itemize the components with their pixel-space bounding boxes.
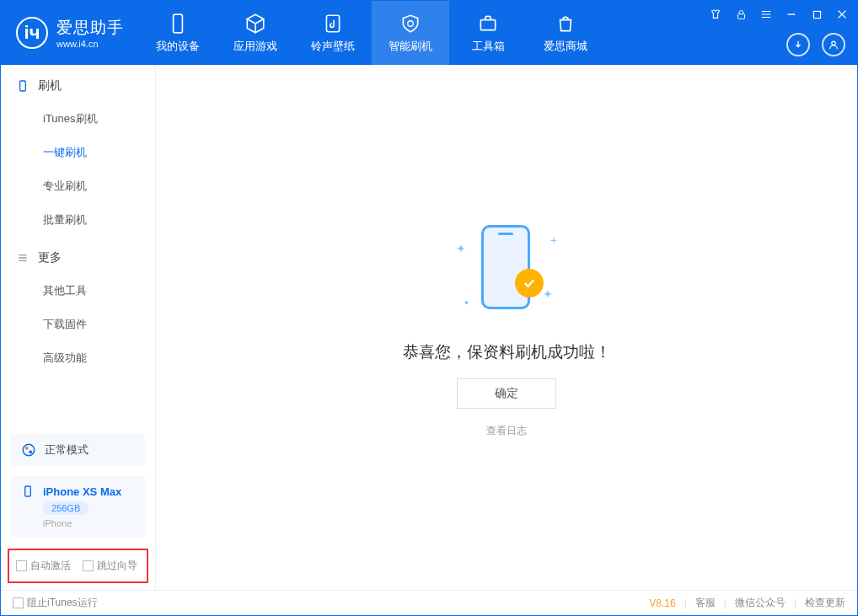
phone-outline-icon xyxy=(16,79,29,93)
logo-text: 爱思助手 www.i4.cn xyxy=(56,17,124,49)
tab-apps[interactable]: 应用游戏 xyxy=(217,1,294,65)
music-file-icon xyxy=(321,12,345,35)
check-auto-activate[interactable]: 自动激活 xyxy=(16,559,71,573)
tab-ring[interactable]: 铃声壁纸 xyxy=(294,1,372,65)
app-logo: iч 爱思助手 www.i4.cn xyxy=(1,1,139,65)
menu-icon[interactable] xyxy=(759,8,773,21)
sidebar-section-more: 更多 xyxy=(1,237,155,274)
section-label: 更多 xyxy=(38,250,62,265)
device-name: iPhone XS Max xyxy=(43,485,121,498)
device-phone-icon xyxy=(21,485,35,498)
tab-mydevice[interactable]: 我的设备 xyxy=(139,1,217,65)
sidebar-item-othertools[interactable]: 其他工具 xyxy=(1,274,155,308)
success-illustration: ✦ + • ✦ xyxy=(448,217,566,318)
sidebar: 刷机 iTunes刷机 一键刷机 专业刷机 批量刷机 更多 其他工具 下载固件 … xyxy=(1,65,156,590)
svg-point-5 xyxy=(832,41,835,45)
version-label: V8.16 xyxy=(649,597,675,609)
check-skip-guide[interactable]: 跳过向导 xyxy=(83,559,137,573)
main-content: ✦ + • ✦ 恭喜您，保资料刷机成功啦！ 确定 查看日志 xyxy=(156,65,857,590)
maximize-icon[interactable] xyxy=(810,8,823,21)
svg-point-8 xyxy=(25,447,29,450)
ok-button[interactable]: 确定 xyxy=(457,378,556,409)
topright-actions xyxy=(786,33,845,56)
svg-rect-6 xyxy=(20,81,26,91)
svg-rect-1 xyxy=(326,15,339,32)
sparkle-icon: ✦ xyxy=(543,287,553,301)
check-badge-icon xyxy=(515,269,544,297)
kefu-link[interactable]: 客服 xyxy=(695,596,716,610)
logo-icon: iч xyxy=(16,17,48,49)
sidebar-item-pro[interactable]: 专业刷机 xyxy=(1,169,155,203)
app-name-en: www.i4.cn xyxy=(56,39,124,49)
sidebar-section-flash: 刷机 xyxy=(1,65,155,102)
statusbar: 阻止iTunes运行 V8.16 | 客服 | 微信公众号 | 检查更新 xyxy=(1,590,857,615)
tab-label: 爱思商城 xyxy=(544,39,587,54)
tab-label: 智能刷机 xyxy=(389,39,432,54)
toolbox-icon xyxy=(476,12,500,35)
svg-rect-10 xyxy=(25,486,31,496)
download-button[interactable] xyxy=(786,33,810,56)
tab-label: 工具箱 xyxy=(472,39,505,54)
sidebar-item-oneclick[interactable]: 一键刷机 xyxy=(1,136,155,169)
mode-icon xyxy=(21,442,36,458)
sidebar-item-itunes[interactable]: iTunes刷机 xyxy=(1,102,155,136)
tab-flash[interactable]: 智能刷机 xyxy=(372,1,449,65)
tab-label: 应用游戏 xyxy=(233,39,277,54)
tab-label: 铃声壁纸 xyxy=(311,39,355,54)
svg-point-9 xyxy=(29,450,32,453)
device-card[interactable]: iPhone XS Max 256GB iPhone xyxy=(11,476,145,537)
minimize-icon[interactable] xyxy=(785,8,798,21)
phone-graphic xyxy=(481,225,530,309)
section-label: 刷机 xyxy=(38,78,62,94)
tab-label: 我的设备 xyxy=(156,39,200,54)
mode-card[interactable]: 正常模式 xyxy=(11,434,145,466)
sidebar-item-batch[interactable]: 批量刷机 xyxy=(1,203,155,237)
svg-rect-0 xyxy=(174,14,183,33)
cube-icon xyxy=(244,12,267,35)
success-message: 恭喜您，保资料刷机成功啦！ xyxy=(403,341,611,363)
titlebar: iч 爱思助手 www.i4.cn 我的设备 应用游戏 铃声壁纸 智能刷机 工具… xyxy=(1,1,857,65)
check-block-itunes[interactable]: 阻止iTunes运行 xyxy=(13,596,98,610)
user-button[interactable] xyxy=(822,33,845,56)
list-icon xyxy=(16,251,29,265)
mode-label: 正常模式 xyxy=(45,442,88,458)
view-log-link[interactable]: 查看日志 xyxy=(486,424,527,438)
nav-tabs: 我的设备 应用游戏 铃声壁纸 智能刷机 工具箱 爱思商城 xyxy=(139,1,604,65)
tab-toolbox[interactable]: 工具箱 xyxy=(449,1,527,65)
phone-icon xyxy=(166,12,190,35)
svg-rect-2 xyxy=(480,20,495,30)
lock-icon[interactable] xyxy=(734,8,748,21)
svg-rect-4 xyxy=(813,11,820,18)
sidebar-item-advanced[interactable]: 高级功能 xyxy=(1,341,155,375)
svg-point-7 xyxy=(23,444,35,456)
device-type: iPhone xyxy=(21,518,72,528)
highlighted-checks: 自动激活 跳过向导 xyxy=(8,549,148,583)
app-name-cn: 爱思助手 xyxy=(56,17,124,39)
tab-store[interactable]: 爱思商城 xyxy=(527,1,604,65)
wechat-link[interactable]: 微信公众号 xyxy=(735,596,786,610)
sparkle-icon: ✦ xyxy=(456,242,466,255)
sparkle-icon: • xyxy=(464,296,469,309)
update-link[interactable]: 检查更新 xyxy=(805,596,845,610)
sparkle-icon: + xyxy=(550,233,557,247)
svg-rect-3 xyxy=(737,13,744,19)
sidebar-item-firmware[interactable]: 下载固件 xyxy=(1,308,155,341)
bag-icon xyxy=(554,12,577,35)
refresh-shield-icon xyxy=(399,12,422,35)
window-controls xyxy=(709,8,849,21)
shirt-icon[interactable] xyxy=(709,8,722,21)
device-storage: 256GB xyxy=(43,501,88,515)
close-icon[interactable] xyxy=(835,8,849,21)
